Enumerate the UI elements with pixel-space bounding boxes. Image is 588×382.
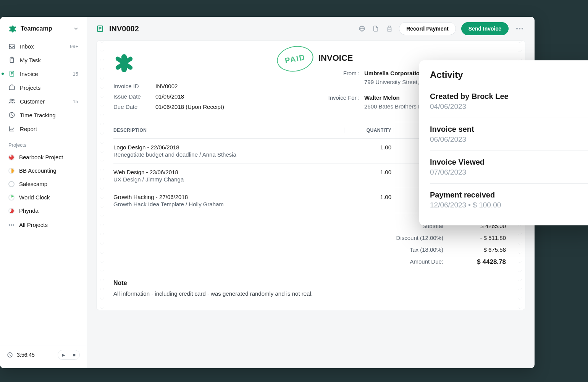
sidebar-all-projects[interactable]: ••• All Projects [4,219,83,231]
nav-label: Time Tracking [20,112,56,118]
sidebar-item-report[interactable]: Report [4,122,83,135]
record-payment-button[interactable]: Record Payment [399,22,456,35]
totals-value: - $ 511.80 [447,235,508,241]
timer-play-button[interactable]: ▶ [58,350,69,359]
activity-item-title: Payment received [430,191,588,199]
project-bb-accounting[interactable]: BB Accounting [4,164,83,177]
activity-item: Created by Brock Lee04/06/2023 [430,85,588,118]
activity-item-date: 07/06/2023 [430,168,588,176]
chart-icon [8,125,15,132]
project-label: Bearbook Project [19,154,63,160]
note-title: Note [113,280,508,286]
svg-rect-6 [9,86,15,90]
svg-rect-19 [388,26,391,27]
send-invoice-button[interactable]: Send Invoice [461,22,509,35]
project-progress-icon [8,154,15,160]
nav-label: Customer [20,98,45,105]
activity-item-date: 04/06/2023 [430,102,588,111]
duplicate-icon[interactable] [372,24,380,33]
activity-item-date: 12/06/2023 • $ 100.00 [430,201,588,209]
totals-row: Amount Due:$ 4428.78 [113,256,508,269]
line-qty: 1.00 [344,169,394,183]
line-subtitle: Growth Hack Idea Template / Holly Graham [113,201,344,207]
activity-item: Invoice sent06/06/2023 [430,118,588,151]
sidebar-item-projects[interactable]: Projects [4,81,83,94]
clock-icon [8,112,15,118]
nav-label: My Task [20,57,41,63]
project-progress-icon [8,168,15,174]
sidebar-item-customer[interactable]: Customer15 [4,95,83,108]
col-quantity: QUANTITY [344,128,394,133]
teamcamp-logo-icon [8,24,17,33]
totals-value: $ 4428.78 [447,258,508,266]
nav-label: Invoice [20,71,38,77]
more-menu-button[interactable] [514,26,525,32]
timer-value: 3:56:45 [17,352,35,358]
totals-label: Tax (18.00%) [390,246,447,253]
invoice-id-label: Invoice ID [113,83,155,89]
project-label: Phynda [19,207,39,214]
project-progress-icon [8,194,15,201]
issue-date-label: Issue Date [113,93,155,100]
nav-label: Report [20,126,37,132]
activity-item-title: Invoice sent [430,125,588,134]
activity-item: Invoice Viewed07/06/2023 [430,151,588,183]
sidebar-item-inbox[interactable]: Inbox99+ [4,40,83,53]
note-body: All information - including credit card … [113,290,508,297]
activity-item-date: 06/06/2023 [430,135,588,144]
brand-name: Teamcamp [21,25,69,32]
sidebar-footer: 3:56:45 ▶ ■ [0,345,87,364]
projects-section-label: Projects [0,135,87,151]
nav-label: Inbox [20,43,34,50]
project-progress-icon [8,208,15,214]
project-label: Salescamp [19,181,47,187]
sidebar-item-my-task[interactable]: My Task [4,53,83,66]
chevron-down-icon [73,26,79,32]
project-salescamp[interactable]: Salescamp [4,178,83,190]
topbar: INV0002 Record Payment Send Invoice [87,17,535,40]
activity-item: Payment received12/06/2023 • $ 100.00 [430,183,588,216]
sidebar: Teamcamp Inbox99+My TaskInvoice15Project… [0,17,87,368]
for-label: Invoice For : [318,94,364,101]
totals-row: Tax (18.00%)$ 675.58 [113,244,508,256]
line-subtitle: UX Design / Jimmy Changa [113,176,344,183]
briefcase-icon [8,84,15,91]
project-progress-icon [8,181,15,187]
due-date-value: 01/06/2018 (Upon Receipt) [155,104,303,110]
svg-rect-18 [388,29,391,31]
sidebar-item-time-tracking[interactable]: Time Tracking [4,108,83,121]
page-title: INV0002 [109,24,139,33]
totals-row: Discount (12.00%)- $ 511.80 [113,232,508,244]
brand-switcher[interactable]: Teamcamp [0,22,87,40]
nav-badge: 99+ [70,44,78,49]
due-date-label: Due Date [113,104,155,110]
users-icon [8,98,15,105]
totals-value: $ 675.58 [447,246,508,253]
activity-item-title: Invoice Viewed [430,158,588,167]
line-title: Web Design - 23/06/2018 [113,169,344,175]
timer-stop-button[interactable]: ■ [69,350,79,359]
invoice-id-value: INV0002 [155,83,303,89]
project-phynda[interactable]: Phynda [4,204,83,217]
totals-label: Discount (12.00%) [390,235,447,241]
svg-point-8 [13,99,15,101]
document-icon [8,70,15,77]
nav-label: Projects [20,84,40,91]
line-qty: 1.00 [344,194,394,207]
invoice-icon [96,25,104,32]
project-bearbook-project[interactable]: Bearbook Project [4,151,83,163]
line-title: Growth Hacking - 27/06/2018 [113,194,344,200]
activity-title: Activity [430,70,588,80]
activity-panel: Activity Created by Brock Lee04/06/2023I… [419,60,588,225]
col-description: DESCRIPTION [113,128,344,133]
project-world-clock[interactable]: World Clock [4,191,83,204]
globe-icon[interactable] [358,24,366,33]
inbox-icon [8,43,15,50]
line-qty: 1.00 [344,144,394,158]
totals-label: Amount Due: [390,258,447,266]
issue-date-value: 01/06/2018 [155,93,303,100]
sidebar-item-invoice[interactable]: Invoice15 [4,67,83,80]
printer-icon[interactable] [385,24,394,33]
nav-badge: 15 [73,99,78,104]
project-label: BB Accounting [19,167,57,174]
